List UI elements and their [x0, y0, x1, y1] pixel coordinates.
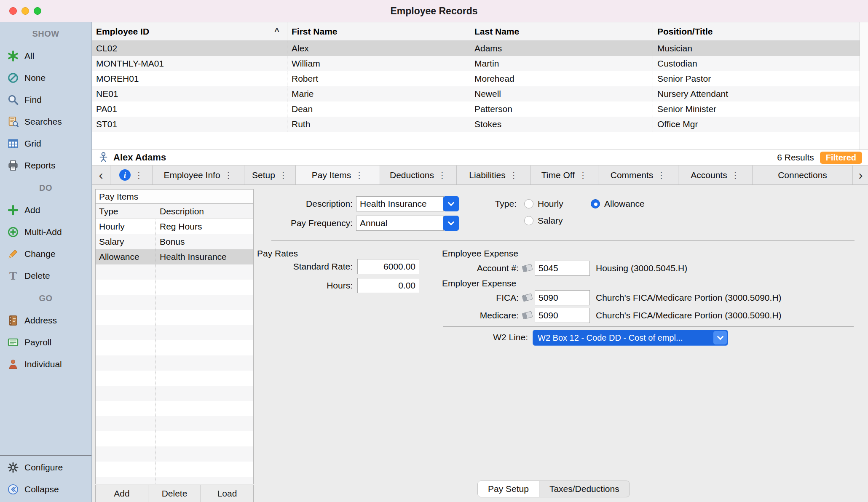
- description-dropdown-button[interactable]: [443, 196, 459, 211]
- description-dropdown[interactable]: Health Insurance: [356, 196, 444, 211]
- sidebar-item-collapse[interactable]: Collapse: [0, 478, 91, 500]
- sidebar-item-label: Individual: [24, 359, 62, 369]
- tab-menu-icon[interactable]: ⋮: [134, 170, 143, 180]
- tab-deductions[interactable]: Deductions⋮: [380, 166, 457, 184]
- type-label: Type:: [471, 196, 517, 211]
- w2-line-dropdown[interactable]: W2 Box 12 - Code DD - Cost of empl...: [533, 330, 728, 346]
- standard-rate-field[interactable]: 6000.00: [357, 259, 419, 274]
- column-header-last-name[interactable]: Last Name: [470, 22, 653, 40]
- w2-line-value: W2 Box 12 - Code DD - Cost of empl...: [538, 333, 683, 343]
- sidebar-item-label: Delete: [24, 271, 50, 281]
- type-allowance-radio[interactable]: [591, 199, 600, 208]
- taxes-deductions-tab[interactable]: Taxes/Deductions: [539, 481, 630, 497]
- delete-pay-item-button[interactable]: Delete: [148, 485, 201, 502]
- tab-setup[interactable]: Setup⋮: [244, 166, 296, 184]
- cell-last-name: Stokes: [470, 117, 653, 132]
- sidebar-item-none[interactable]: None: [0, 67, 91, 89]
- column-header-position[interactable]: Position/Title: [653, 22, 868, 40]
- table-row[interactable]: PA01 Dean Patterson Senior Minister: [92, 101, 868, 117]
- account-number-field[interactable]: 5045: [535, 261, 590, 276]
- zoom-window-button[interactable]: [34, 7, 41, 15]
- cell-employee-id: PA01: [92, 101, 287, 117]
- tab-info[interactable]: i ⋮: [110, 166, 153, 184]
- sidebar-item-reports[interactable]: Reports: [0, 155, 91, 176]
- load-pay-item-button[interactable]: Load: [201, 485, 254, 502]
- tab-menu-icon[interactable]: ⋮: [355, 170, 364, 180]
- table-row[interactable]: MOREH01 Robert Morehead Senior Pastor: [92, 71, 868, 86]
- tab-menu-icon[interactable]: ⋮: [579, 170, 587, 180]
- tab-time-off[interactable]: Time Off⋮: [531, 166, 598, 184]
- table-scrollbar[interactable]: [860, 22, 868, 150]
- window-controls: [9, 7, 41, 15]
- tab-menu-icon[interactable]: ⋮: [657, 170, 666, 180]
- delete-icon: T: [6, 269, 20, 283]
- tab-scroll-right-button[interactable]: ›: [853, 166, 868, 184]
- sidebar-item-find[interactable]: Find: [0, 89, 91, 111]
- medicare-account-field[interactable]: 5090: [535, 308, 590, 323]
- tab-menu-icon[interactable]: ⋮: [438, 170, 447, 180]
- sidebar-item-change[interactable]: Change: [0, 243, 91, 265]
- add-pay-item-button[interactable]: Add: [95, 485, 148, 502]
- sidebar-item-grid[interactable]: Grid: [0, 133, 91, 155]
- sidebar-item-all[interactable]: All: [0, 45, 91, 67]
- tab-comments[interactable]: Comments⋮: [598, 166, 678, 184]
- minimize-window-button[interactable]: [21, 7, 29, 15]
- eraser-icon[interactable]: [522, 311, 533, 319]
- hours-field[interactable]: 0.00: [357, 278, 419, 293]
- sidebar-item-individual[interactable]: Individual: [0, 353, 91, 375]
- type-hourly-radio[interactable]: [524, 199, 533, 208]
- eraser-icon[interactable]: [522, 264, 533, 272]
- sidebar-item-delete[interactable]: T Delete: [0, 265, 91, 287]
- tab-pay-items[interactable]: Pay Items⋮: [296, 166, 380, 184]
- medicare-label: Medicare:: [437, 308, 519, 323]
- table-row[interactable]: MONTHLY-MA01 William Martin Custodian: [92, 56, 868, 71]
- tab-connections[interactable]: Connections: [753, 166, 853, 184]
- tab-liabilities[interactable]: Liabilities⋮: [457, 166, 531, 184]
- pay-items-buttons: Add Delete Load: [95, 485, 254, 502]
- description-label: Description:: [252, 196, 353, 211]
- tab-scroll-left-button[interactable]: ‹: [92, 166, 110, 184]
- fica-account-field[interactable]: 5090: [535, 290, 590, 305]
- close-window-button[interactable]: [9, 7, 17, 15]
- tab-menu-icon[interactable]: ⋮: [731, 170, 740, 180]
- sidebar-item-address[interactable]: Address: [0, 310, 91, 331]
- filtered-badge[interactable]: Filtered: [820, 152, 862, 164]
- table-row[interactable]: CL02 Alex Adams Musician: [92, 41, 868, 56]
- cell-position: Musician: [653, 41, 868, 56]
- pay-item-row[interactable]: Allowance Health Insurance: [96, 249, 253, 264]
- tab-label: Setup: [252, 170, 275, 180]
- pay-items-column-headers: Type Description: [96, 204, 253, 219]
- type-salary-radio-label[interactable]: Salary: [538, 213, 563, 228]
- tab-menu-icon[interactable]: ⋮: [509, 170, 518, 180]
- tab-menu-icon[interactable]: ⋮: [224, 170, 233, 180]
- column-header-first-name[interactable]: First Name: [287, 22, 470, 40]
- cell-type: Allowance: [96, 252, 155, 262]
- pay-items-panel: Pay Items Type Description Hourly Reg Ho…: [95, 189, 254, 484]
- pay-item-row[interactable]: Hourly Reg Hours: [96, 219, 253, 234]
- table-row[interactable]: NE01 Marie Newell Nursery Attendant: [92, 86, 868, 101]
- tab-employee-info[interactable]: Employee Info⋮: [153, 166, 244, 184]
- eraser-icon[interactable]: [522, 293, 533, 302]
- cell-first-name: Alex: [287, 41, 470, 56]
- sidebar-item-label: Searches: [24, 117, 62, 127]
- pay-item-row[interactable]: Salary Bonus: [96, 234, 253, 249]
- type-allowance-radio-label[interactable]: Allowance: [604, 196, 645, 211]
- sidebar-item-payroll[interactable]: Payroll: [0, 331, 91, 353]
- type-hourly-radio-label[interactable]: Hourly: [538, 196, 563, 211]
- sidebar-item-multi-add[interactable]: Multi-Add: [0, 221, 91, 243]
- tab-menu-icon[interactable]: ⋮: [279, 170, 288, 180]
- pay-setup-tab[interactable]: Pay Setup: [478, 481, 539, 497]
- sidebar-item-label: Address: [24, 315, 57, 326]
- sidebar-item-add[interactable]: Add: [0, 199, 91, 221]
- column-header-employee-id[interactable]: Employee ID ^: [92, 22, 287, 40]
- tab-accounts[interactable]: Accounts⋮: [678, 166, 753, 184]
- sidebar-item-searches[interactable]: Searches: [0, 111, 91, 133]
- sidebar-item-label: Add: [24, 205, 40, 215]
- pay-frequency-dropdown-button[interactable]: [443, 216, 459, 231]
- sort-ascending-icon[interactable]: ^: [274, 27, 279, 36]
- sidebar-item-label: Collapse: [24, 484, 59, 494]
- table-row[interactable]: ST01 Ruth Stokes Office Mgr: [92, 117, 868, 132]
- sidebar-item-configure[interactable]: Configure: [0, 457, 91, 478]
- type-salary-radio[interactable]: [524, 216, 533, 225]
- pay-frequency-dropdown[interactable]: Annual: [356, 216, 444, 231]
